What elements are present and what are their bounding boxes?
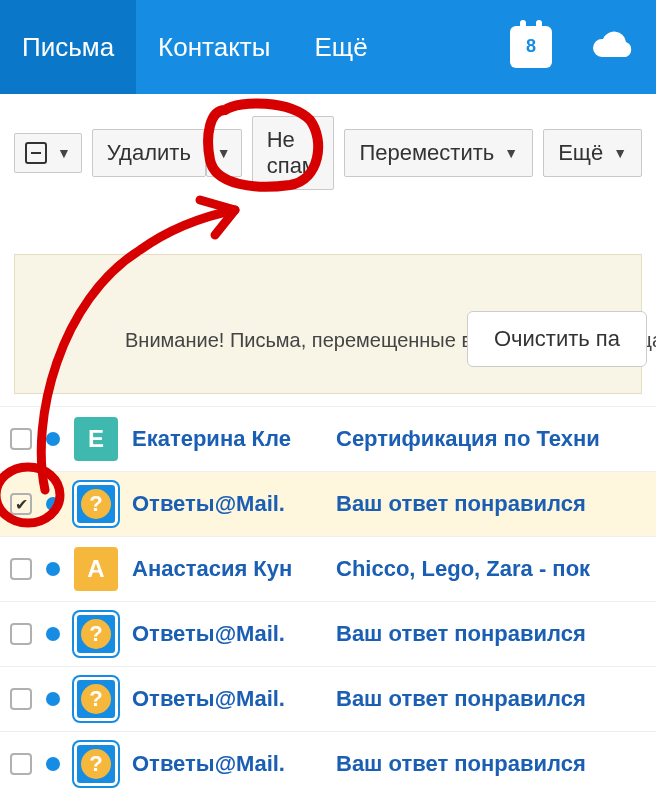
unread-dot-icon bbox=[46, 497, 60, 511]
mail-subject: Сертификация по Техни bbox=[336, 426, 646, 452]
avatar: А bbox=[74, 547, 118, 591]
calendar-day: 8 bbox=[510, 36, 552, 57]
avatar: Е bbox=[74, 417, 118, 461]
mail-list: Е Екатерина Кле Сертификация по Техни ? … bbox=[0, 406, 656, 796]
sender-name: Анастасия Кун bbox=[132, 556, 322, 582]
unread-dot-icon bbox=[46, 757, 60, 771]
row-checkbox[interactable] bbox=[10, 688, 32, 710]
clear-folder-button[interactable]: Очистить па bbox=[467, 311, 647, 367]
sender-name: Ответы@Mail. bbox=[132, 491, 322, 517]
tab-mails[interactable]: Письма bbox=[0, 0, 136, 94]
mail-subject: Ваш ответ понравился bbox=[336, 491, 646, 517]
row-checkbox[interactable] bbox=[10, 558, 32, 580]
minus-square-icon bbox=[25, 142, 47, 164]
top-nav: Письма Контакты Ещё 8 bbox=[0, 0, 656, 94]
chevron-down-icon: ▼ bbox=[57, 145, 71, 161]
unread-dot-icon bbox=[46, 627, 60, 641]
chevron-down-icon: ▼ bbox=[217, 145, 231, 161]
mail-row[interactable]: ? Ответы@Mail. Ваш ответ понравился bbox=[0, 601, 656, 666]
chevron-down-icon: ▼ bbox=[613, 145, 627, 161]
mail-row[interactable]: Е Екатерина Кле Сертификация по Техни bbox=[0, 406, 656, 471]
move-button[interactable]: Переместить ▼ bbox=[344, 129, 533, 177]
unread-dot-icon bbox=[46, 432, 60, 446]
delete-dropdown[interactable]: ▼ bbox=[206, 129, 242, 177]
unread-dot-icon bbox=[46, 562, 60, 576]
move-label: Переместить bbox=[359, 140, 494, 166]
mail-subject: Ваш ответ понравился bbox=[336, 686, 646, 712]
sender-name: Екатерина Кле bbox=[132, 426, 322, 452]
more-button[interactable]: Ещё ▼ bbox=[543, 129, 642, 177]
tab-contacts[interactable]: Контакты bbox=[136, 0, 292, 94]
mail-row[interactable]: ? Ответы@Mail. Ваш ответ понравился bbox=[0, 731, 656, 796]
delete-button[interactable]: Удалить bbox=[92, 129, 206, 177]
question-icon: ? bbox=[81, 749, 111, 779]
row-checkbox[interactable] bbox=[10, 753, 32, 775]
avatar: ? bbox=[74, 612, 118, 656]
unread-dot-icon bbox=[46, 692, 60, 706]
tab-more[interactable]: Ещё bbox=[292, 0, 389, 94]
question-icon: ? bbox=[81, 684, 111, 714]
chevron-down-icon: ▼ bbox=[504, 145, 518, 161]
more-label: Ещё bbox=[558, 140, 603, 166]
sender-name: Ответы@Mail. bbox=[132, 621, 322, 647]
mail-row[interactable]: ? Ответы@Mail. Ваш ответ понравился bbox=[0, 666, 656, 731]
mail-row[interactable]: ? Ответы@Mail. Ваш ответ понравился bbox=[0, 471, 656, 536]
avatar: ? bbox=[74, 677, 118, 721]
mail-row[interactable]: А Анастасия Кун Chicco, Lego, Zara - пок bbox=[0, 536, 656, 601]
mail-subject: Ваш ответ понравился bbox=[336, 751, 646, 777]
select-all-dropdown[interactable]: ▼ bbox=[14, 133, 82, 173]
row-checkbox[interactable] bbox=[10, 623, 32, 645]
mail-subject: Chicco, Lego, Zara - пок bbox=[336, 556, 646, 582]
avatar: ? bbox=[74, 482, 118, 526]
spam-notice-panel: Очистить па Внимание! Письма, перемещенн… bbox=[14, 254, 642, 394]
row-checkbox[interactable] bbox=[10, 493, 32, 515]
cloud-icon[interactable] bbox=[570, 0, 656, 94]
mail-subject: Ваш ответ понравился bbox=[336, 621, 646, 647]
question-icon: ? bbox=[81, 619, 111, 649]
toolbar: ▼ Удалить ▼ Не спам Переместить ▼ Ещё ▼ bbox=[0, 94, 656, 204]
question-icon: ? bbox=[81, 489, 111, 519]
sender-name: Ответы@Mail. bbox=[132, 751, 322, 777]
sender-name: Ответы@Mail. bbox=[132, 686, 322, 712]
not-spam-button[interactable]: Не спам bbox=[252, 116, 335, 190]
avatar: ? bbox=[74, 742, 118, 786]
calendar-icon[interactable]: 8 bbox=[492, 0, 570, 94]
row-checkbox[interactable] bbox=[10, 428, 32, 450]
